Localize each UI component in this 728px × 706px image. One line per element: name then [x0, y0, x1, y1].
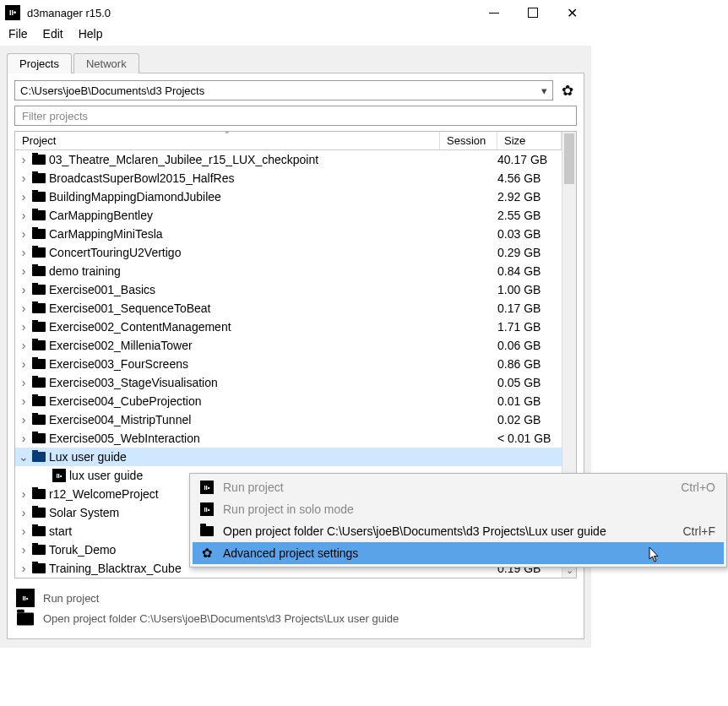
expand-chevron-icon[interactable]: ›: [19, 394, 29, 408]
sort-ascending-icon: ⌃: [224, 132, 231, 138]
run-project-button[interactable]: II• Run project: [16, 589, 575, 607]
expand-chevron-icon[interactable]: ›: [19, 376, 29, 389]
expand-chevron-icon[interactable]: ›: [19, 506, 29, 519]
filter-projects-input[interactable]: [20, 109, 571, 123]
folder-icon: [32, 322, 46, 332]
d3-icon: II•: [52, 469, 66, 482]
context-menu-item[interactable]: ✿Advanced project settings: [193, 542, 724, 564]
menu-item-label: Advanced project settings: [223, 546, 698, 560]
table-row[interactable]: ›demo training0.84 GB: [15, 262, 562, 280]
folder-icon: [32, 285, 46, 295]
filter-projects-field[interactable]: [14, 106, 577, 126]
expand-chevron-icon[interactable]: ›: [19, 171, 29, 185]
folder-icon: [32, 266, 46, 276]
size-cell: 2.92 GB: [497, 190, 562, 204]
projects-path-value: C:\Users\joeB\Documents\d3 Projects: [20, 84, 204, 97]
window-minimize-button[interactable]: [475, 0, 513, 25]
expand-chevron-icon[interactable]: ›: [19, 320, 29, 334]
table-row[interactable]: ›Exercise002_ContentManagement1.71 GB: [15, 318, 562, 336]
table-row[interactable]: ›CarMappingMiniTesla0.03 GB: [15, 225, 562, 243]
settings-button[interactable]: ✿: [558, 81, 577, 100]
expand-chevron-icon[interactable]: ⌄: [19, 450, 29, 464]
expand-chevron-icon[interactable]: ›: [19, 153, 29, 166]
expand-chevron-icon[interactable]: ›: [19, 543, 29, 557]
size-cell: 1.00 GB: [497, 283, 562, 296]
expand-chevron-icon[interactable]: ›: [19, 432, 29, 445]
gear-icon: ✿: [562, 82, 573, 100]
expand-chevron-icon[interactable]: ›: [19, 209, 29, 222]
project-name: lux user guide: [69, 469, 143, 482]
table-row[interactable]: ›BroadcastSuperBowl2015_HalfRes4.56 GB: [15, 169, 562, 187]
table-row[interactable]: ›ConcertTouringU2Vertigo0.29 GB: [15, 243, 562, 262]
table-row[interactable]: ›Exercise004_MistripTunnel0.02 GB: [15, 410, 562, 429]
menu-help[interactable]: Help: [79, 27, 103, 41]
d3-icon: II•: [16, 589, 35, 607]
scroll-thumb[interactable]: [564, 133, 574, 184]
project-name: Lux user guide: [49, 450, 127, 464]
project-name: ConcertTouringU2Vertigo: [49, 246, 181, 259]
window-title: d3manager r15.0: [27, 7, 111, 19]
expand-chevron-icon[interactable]: ›: [19, 357, 29, 371]
expand-chevron-icon[interactable]: ›: [19, 339, 29, 352]
expand-chevron-icon[interactable]: ›: [19, 264, 29, 278]
folder-icon: [200, 526, 214, 536]
table-row[interactable]: ›Exercise003_StageVisualisation0.05 GB: [15, 373, 562, 392]
folder-icon: [32, 396, 46, 406]
expand-chevron-icon[interactable]: ›: [19, 413, 29, 426]
project-name: Exercise001_SequenceToBeat: [49, 301, 210, 315]
folder-icon: [32, 192, 46, 202]
project-context-menu: II•Run projectCtrl+OII•Run project in so…: [189, 473, 727, 568]
tab-network[interactable]: Network: [73, 53, 139, 73]
menu-item-label: Open project folder C:\Users\joeB\Docume…: [223, 524, 666, 538]
projects-path-dropdown[interactable]: C:\Users\joeB\Documents\d3 Projects: [14, 80, 553, 100]
table-row[interactable]: ›Exercise002_MilleniaTower0.06 GB: [15, 336, 562, 355]
table-row[interactable]: ›CarMappingBentley2.55 GB: [15, 206, 562, 225]
window-maximize-button[interactable]: [513, 0, 552, 25]
table-row[interactable]: ›Exercise001_SequenceToBeat0.17 GB: [15, 299, 562, 318]
open-folder-button[interactable]: Open project folder C:\Users\joeB\Docume…: [16, 612, 575, 625]
project-name: Exercise004_CubeProjection: [49, 394, 202, 408]
project-name: Exercise003_StageVisualisation: [49, 376, 218, 389]
d3-icon: II•: [200, 502, 214, 516]
project-name: Exercise002_ContentManagement: [49, 320, 231, 334]
expand-chevron-icon[interactable]: ›: [19, 190, 29, 204]
table-row[interactable]: ›Exercise004_CubeProjection0.01 GB: [15, 392, 562, 410]
expand-chevron-icon[interactable]: ›: [19, 246, 29, 259]
menubar: File Edit Help: [0, 25, 591, 46]
project-name: Exercise001_Basics: [49, 283, 155, 296]
table-row[interactable]: ›Exercise005_WebInteraction< 0.01 GB: [15, 429, 562, 448]
header-size[interactable]: Size: [497, 132, 562, 149]
project-name: Exercise002_MilleniaTower: [49, 339, 193, 352]
window-close-button[interactable]: ✕: [552, 0, 591, 25]
gear-icon: ✿: [202, 546, 213, 561]
size-cell: 0.84 GB: [497, 264, 562, 278]
titlebar: II• d3manager r15.0 ✕: [0, 0, 591, 25]
table-row[interactable]: ⌄Lux user guide: [15, 448, 562, 466]
tab-projects[interactable]: Projects: [7, 53, 72, 73]
context-menu-item[interactable]: Open project folder C:\Users\joeB\Docume…: [193, 520, 724, 542]
expand-chevron-icon[interactable]: ›: [19, 283, 29, 296]
expand-chevron-icon[interactable]: ›: [19, 524, 29, 538]
expand-chevron-icon[interactable]: ›: [19, 227, 29, 241]
project-name: Exercise003_FourScreens: [49, 357, 188, 371]
expand-chevron-icon[interactable]: ›: [19, 487, 29, 501]
menu-file[interactable]: File: [8, 27, 28, 41]
folder-icon: [32, 210, 46, 220]
header-project[interactable]: Project ⌃: [15, 132, 440, 149]
expand-chevron-icon[interactable]: ›: [19, 301, 29, 315]
folder-icon: [32, 452, 46, 462]
header-session[interactable]: Session: [440, 132, 497, 149]
size-cell: 4.56 GB: [497, 171, 562, 185]
folder-icon: [32, 526, 46, 536]
folder-icon: [32, 229, 46, 239]
table-row[interactable]: ›03_Theatre_Mclaren_Jubilee_r15_LUX_chec…: [15, 150, 562, 169]
context-menu-item: II•Run projectCtrl+O: [193, 476, 724, 498]
context-menu-item: II•Run project in solo mode: [193, 498, 724, 520]
menu-edit[interactable]: Edit: [43, 27, 63, 41]
table-row[interactable]: ›Exercise001_Basics1.00 GB: [15, 280, 562, 299]
table-row[interactable]: ›Exercise003_FourScreens0.86 GB: [15, 355, 562, 373]
size-cell: 0.17 GB: [497, 301, 562, 315]
size-cell: 2.55 GB: [497, 209, 562, 222]
table-row[interactable]: ›BuildingMappingDiamondJubilee2.92 GB: [15, 187, 562, 206]
expand-chevron-icon[interactable]: ›: [19, 562, 29, 575]
